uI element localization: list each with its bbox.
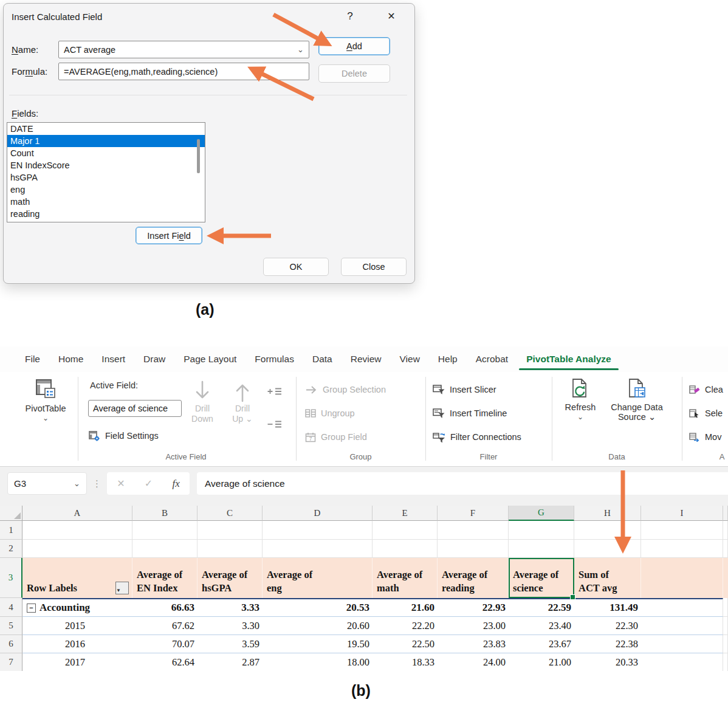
cell-f4[interactable]: 22.93 bbox=[438, 598, 509, 617]
cell-i3[interactable] bbox=[641, 558, 723, 598]
formula-input[interactable]: =AVERAGE(eng,math,reading,science) bbox=[58, 63, 309, 80]
cell[interactable] bbox=[509, 521, 574, 540]
cell[interactable] bbox=[197, 540, 263, 558]
list-item-selected[interactable]: Major 1 bbox=[7, 135, 205, 147]
expand-field-button[interactable] bbox=[267, 387, 282, 399]
cell-h6[interactable]: 22.38 bbox=[574, 635, 641, 653]
cell-f5[interactable]: 23.00 bbox=[438, 617, 509, 635]
cell[interactable] bbox=[723, 540, 728, 558]
formula-content[interactable]: Average of science bbox=[197, 472, 728, 495]
tab-draw[interactable]: Draw bbox=[134, 346, 174, 372]
row-header-5[interactable]: 5 bbox=[0, 617, 22, 635]
cell-f3[interactable]: Average ofreading bbox=[438, 558, 509, 598]
tab-home[interactable]: Home bbox=[49, 346, 92, 372]
cell[interactable] bbox=[263, 521, 373, 540]
cell-e6[interactable]: 22.50 bbox=[373, 635, 438, 653]
row-header-1[interactable]: 1 bbox=[0, 521, 22, 540]
cell[interactable] bbox=[723, 558, 728, 598]
cell[interactable] bbox=[641, 598, 723, 617]
cell[interactable] bbox=[723, 653, 728, 671]
cell-c5[interactable]: 3.30 bbox=[197, 617, 263, 635]
cell[interactable] bbox=[373, 540, 438, 558]
cell-b5[interactable]: 67.62 bbox=[132, 617, 197, 635]
cell[interactable] bbox=[641, 540, 723, 558]
delete-button[interactable]: Delete bbox=[318, 64, 390, 83]
group-field-button[interactable]: 7 Group Field bbox=[305, 429, 367, 445]
cell-h4[interactable]: 131.49 bbox=[574, 598, 641, 617]
cell-g5[interactable]: 23.40 bbox=[509, 617, 574, 635]
cell[interactable] bbox=[641, 653, 723, 671]
move-button[interactable]: Mov bbox=[689, 429, 721, 445]
cell-a3-row-labels[interactable]: Row Labels ▼ bbox=[22, 558, 132, 598]
close-icon[interactable]: ✕ bbox=[382, 10, 400, 22]
list-item[interactable]: hsGPA bbox=[7, 171, 205, 184]
cell-e7[interactable]: 18.33 bbox=[373, 653, 438, 671]
cell-a6[interactable]: 2016 bbox=[22, 635, 132, 653]
list-item[interactable]: DATE bbox=[7, 123, 205, 135]
add-button[interactable]: Add bbox=[318, 37, 390, 55]
column-header-d[interactable]: D bbox=[263, 506, 373, 521]
cell-b3[interactable]: Average ofEN Index bbox=[132, 558, 197, 598]
cell[interactable] bbox=[509, 540, 574, 558]
scrollbar-thumb[interactable] bbox=[197, 139, 200, 173]
drill-down-button[interactable]: Drill Down bbox=[185, 379, 220, 424]
refresh-button[interactable]: Refresh ⌄ bbox=[560, 378, 600, 419]
select-button[interactable]: Sele bbox=[689, 405, 723, 421]
list-item[interactable]: reading bbox=[7, 208, 205, 220]
clear-button[interactable]: Clea bbox=[689, 382, 723, 397]
tab-help[interactable]: Help bbox=[429, 346, 467, 372]
cell[interactable] bbox=[132, 521, 197, 540]
insert-function-icon[interactable]: fx bbox=[173, 478, 180, 490]
tab-review[interactable]: Review bbox=[342, 346, 391, 372]
list-item[interactable]: eng bbox=[7, 184, 205, 196]
insert-timeline-button[interactable]: Insert Timeline bbox=[433, 405, 507, 421]
cell[interactable] bbox=[132, 540, 197, 558]
column-header-e[interactable]: E bbox=[373, 506, 438, 521]
cell-d5[interactable]: 20.60 bbox=[263, 617, 373, 635]
chevron-down-icon[interactable]: ⌄ bbox=[74, 481, 80, 487]
cell[interactable] bbox=[723, 635, 728, 653]
cell-g4[interactable]: 22.59 bbox=[509, 598, 574, 617]
column-header-a[interactable]: A bbox=[22, 506, 132, 521]
cell[interactable] bbox=[723, 521, 728, 540]
column-header-b[interactable]: B bbox=[132, 506, 197, 521]
column-header-g-selected[interactable]: G bbox=[509, 506, 574, 521]
pivottable-button[interactable]: PivotTable ⌄ bbox=[22, 378, 69, 421]
cell-h5[interactable]: 22.30 bbox=[574, 617, 641, 635]
cell-d3[interactable]: Average ofeng bbox=[263, 558, 373, 598]
help-button[interactable]: ? bbox=[341, 10, 359, 22]
cell[interactable] bbox=[723, 598, 728, 617]
column-header-h[interactable]: H bbox=[574, 506, 641, 521]
column-header-partial[interactable] bbox=[723, 506, 728, 521]
list-item[interactable]: Count bbox=[7, 147, 205, 159]
cell[interactable] bbox=[22, 540, 132, 558]
collapse-button[interactable]: − bbox=[27, 604, 36, 613]
cell-e3[interactable]: Average ofmath bbox=[373, 558, 438, 598]
row-header-7[interactable]: 7 bbox=[0, 653, 22, 671]
cell-b6[interactable]: 70.07 bbox=[132, 635, 197, 653]
list-item[interactable]: EN IndexScore bbox=[7, 159, 205, 171]
filter-connections-button[interactable]: Filter Connections bbox=[433, 429, 521, 445]
row-header-3-selected[interactable]: 3 bbox=[0, 558, 22, 598]
cell-h3[interactable]: Sum ofACT avg bbox=[574, 558, 641, 598]
cell[interactable] bbox=[641, 521, 723, 540]
tab-view[interactable]: View bbox=[391, 346, 429, 372]
collapse-field-button[interactable] bbox=[267, 419, 282, 432]
field-settings-button[interactable]: Field Settings bbox=[89, 428, 159, 444]
cell-c7[interactable]: 2.87 bbox=[197, 653, 263, 671]
column-header-i[interactable]: I bbox=[641, 506, 723, 521]
cell[interactable] bbox=[574, 521, 641, 540]
cell-c6[interactable]: 3.59 bbox=[197, 635, 263, 653]
cell[interactable] bbox=[574, 540, 641, 558]
cell-d4[interactable]: 20.53 bbox=[263, 598, 373, 617]
select-all-corner[interactable] bbox=[0, 506, 22, 521]
fields-listbox[interactable]: DATE Major 1 Count EN IndexScore hsGPA e… bbox=[7, 122, 205, 222]
cell[interactable] bbox=[438, 540, 509, 558]
cell-g6[interactable]: 23.67 bbox=[509, 635, 574, 653]
cell-c3[interactable]: Average ofhsGPA bbox=[197, 558, 263, 598]
tab-pivottable-analyze[interactable]: PivotTable Analyze bbox=[517, 346, 620, 372]
ok-button[interactable]: OK bbox=[263, 258, 329, 276]
active-field-value-box[interactable]: Average of science bbox=[88, 400, 182, 417]
name-combobox[interactable]: ACT average ⌄ bbox=[58, 41, 309, 58]
cell-d6[interactable]: 19.50 bbox=[263, 635, 373, 653]
